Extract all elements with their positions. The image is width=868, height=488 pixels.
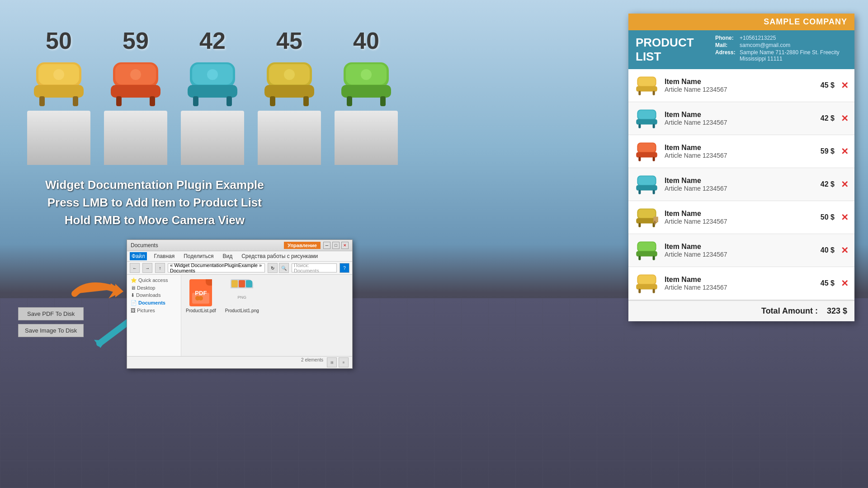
total-value: 323 $ (827, 306, 847, 316)
mail-value: samcom@gmail.com (740, 42, 790, 48)
fe-maximize-button[interactable]: □ (332, 242, 340, 249)
svg-rect-48 (652, 157, 655, 161)
product-delete-1[interactable]: ✕ (839, 80, 850, 91)
svg-point-5 (53, 69, 64, 80)
product-info-2: Item Name Article Name 1234567 (665, 111, 805, 126)
panel-info-row: PRODUCT LIST Phone: +10561213225 Mail: s… (628, 30, 854, 69)
svg-rect-64 (638, 256, 641, 260)
address-label: Adress: (715, 49, 737, 62)
svg-rect-20 (264, 85, 314, 98)
svg-marker-30 (115, 284, 123, 297)
fe-address-bar[interactable]: « Widget DocumentationPluginExample » Do… (168, 263, 265, 272)
display-product-1[interactable]: 50 (27, 27, 90, 165)
svg-rect-35 (638, 77, 655, 86)
fe-menubar: Файл Главная Поделиться Вид Средства раб… (127, 251, 352, 262)
product-row-5: Item Name Article Name 1234567 50 $ ✕ (628, 201, 854, 234)
instruction-line-3: Hold RMB to Move Camera View (45, 211, 264, 229)
fe-sidebar-quick-access[interactable]: ⭐ Quick access (129, 277, 179, 284)
svg-rect-62 (638, 242, 655, 251)
total-label: Total Amount : (761, 306, 818, 316)
fe-pdf-name: ProductList.pdf (186, 308, 216, 313)
product-delete-2[interactable]: ✕ (839, 113, 850, 124)
fe-menu-share[interactable]: Поделиться (182, 252, 215, 260)
svg-point-29 (361, 69, 372, 80)
fe-file-png[interactable]: PNG ProductList1.png (225, 279, 259, 313)
fe-sidebar-desktop[interactable]: 🖥 Desktop (129, 284, 179, 291)
product-price-4: 42 $ (810, 180, 835, 188)
product-row-4: Item Name Article Name 1234567 42 $ ✕ (628, 168, 854, 201)
display-product-3[interactable]: 42 (181, 27, 244, 165)
fe-file-pdf[interactable]: PDF ProductList.pdf (186, 279, 216, 313)
product-img-4 (633, 171, 660, 198)
product-article-4: Article Name 1234567 (665, 185, 805, 192)
fe-close-button[interactable]: ✕ (341, 242, 349, 249)
svg-rect-53 (652, 190, 655, 194)
svg-rect-41 (636, 119, 657, 125)
fe-menu-home[interactable]: Главная (152, 252, 177, 260)
svg-rect-67 (638, 275, 655, 284)
product-info-1: Item Name Article Name 1234567 (665, 78, 805, 93)
product-info-6: Item Name Article Name 1234567 (665, 243, 805, 258)
fe-search-button[interactable]: 🔍 (279, 263, 289, 273)
product-delete-7[interactable]: ✕ (839, 278, 850, 289)
save-image-button[interactable]: Save Image To Disk (18, 324, 84, 337)
fe-view-grid-button[interactable]: ⊞ (327, 357, 337, 367)
fe-forward-button[interactable]: → (142, 263, 152, 273)
contact-mail-row: Mail: samcom@gmail.com (715, 42, 849, 48)
svg-rect-16 (226, 96, 232, 106)
save-pdf-button[interactable]: Save PDF To Disk (18, 307, 84, 320)
product-delete-5[interactable]: ✕ (839, 212, 850, 223)
fe-back-button[interactable]: ← (130, 263, 140, 273)
svg-rect-15 (193, 96, 198, 106)
display-product-4[interactable]: 45 (258, 27, 321, 165)
product-price-2: 42 $ (810, 114, 835, 122)
product-article-6: Article Name 1234567 (665, 251, 805, 258)
svg-rect-38 (652, 91, 655, 95)
svg-point-11 (130, 69, 141, 80)
svg-rect-10 (150, 96, 155, 106)
fe-up-button[interactable]: ↑ (155, 263, 165, 273)
svg-rect-63 (636, 251, 657, 257)
arrow-orange (70, 276, 129, 312)
svg-rect-60 (654, 221, 655, 225)
product-delete-6[interactable]: ✕ (839, 245, 850, 256)
product-row-7: Item Name Article Name 1234567 45 $ ✕ (628, 267, 854, 300)
fe-view-list-button[interactable]: ≡ (339, 357, 349, 367)
fe-refresh-button[interactable]: ↻ (268, 263, 278, 273)
product-name-7: Item Name (665, 276, 805, 284)
svg-rect-40 (638, 110, 655, 119)
fe-help-button[interactable]: ? (340, 263, 349, 273)
product-delete-3[interactable]: ✕ (839, 146, 850, 157)
product-info-4: Item Name Article Name 1234567 (665, 177, 805, 192)
display-price-4: 45 (276, 27, 302, 54)
svg-rect-14 (188, 85, 237, 98)
product-article-2: Article Name 1234567 (665, 119, 805, 126)
display-product-2[interactable]: 59 (104, 27, 167, 165)
product-delete-4[interactable]: ✕ (839, 179, 850, 190)
product-article-3: Article Name 1234567 (665, 152, 805, 159)
svg-rect-70 (652, 289, 655, 293)
instruction-line-1: Widget Documentation Plugin Example (45, 176, 264, 194)
product-img-6 (633, 237, 660, 264)
company-name: SAMPLE COMPANY (636, 17, 847, 27)
fe-menu-file[interactable]: Файл (130, 252, 147, 260)
fe-sidebar-downloads[interactable]: ⬇ Downloads (129, 291, 179, 299)
fe-toolbar: ← → ↑ « Widget DocumentationPluginExampl… (127, 262, 352, 275)
file-explorer-titlebar: Documents Управление ─ □ ✕ (127, 240, 352, 251)
fe-menu-view[interactable]: Вид (221, 252, 234, 260)
svg-rect-52 (638, 190, 641, 194)
address-value: Sample Name 711-2880 Fine St. Freecity M… (740, 49, 849, 62)
display-chair-3 (183, 59, 242, 108)
fe-menu-tools[interactable]: Средства работы с рисунками (240, 252, 320, 260)
fe-ribbon-label: Управление (284, 242, 321, 249)
fe-minimize-button[interactable]: ─ (323, 242, 330, 249)
fe-sidebar-documents[interactable]: 📄 Documents (129, 299, 179, 307)
contact-address-row: Adress: Sample Name 711-2880 Fine St. Fr… (715, 49, 849, 62)
svg-rect-21 (270, 96, 275, 106)
product-price-1: 45 $ (810, 81, 835, 89)
fe-search-box[interactable]: Поиск: Documents (292, 263, 337, 272)
fe-sidebar-pictures[interactable]: 🖼 Pictures (129, 307, 179, 314)
product-info-7: Item Name Article Name 1234567 (665, 276, 805, 291)
display-product-5[interactable]: 40 (335, 27, 398, 165)
svg-rect-9 (116, 96, 122, 106)
